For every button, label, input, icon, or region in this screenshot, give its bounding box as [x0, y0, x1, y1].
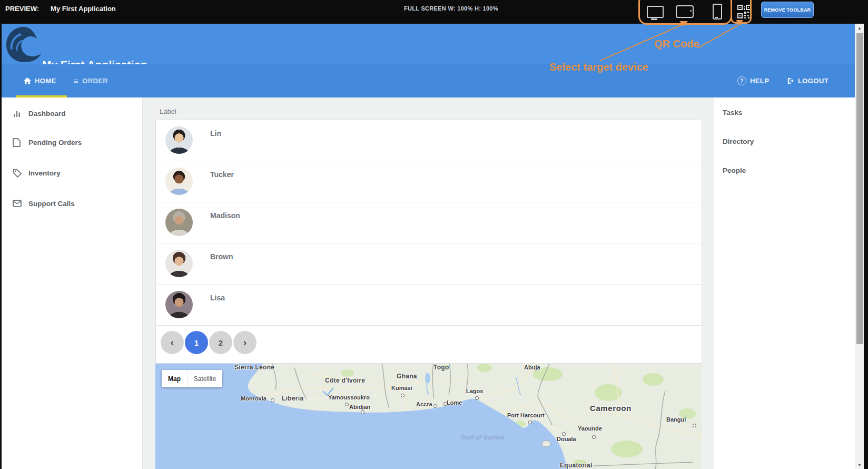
right-panel-item-tasks[interactable]: Tasks	[723, 109, 742, 116]
nav-help[interactable]: ? HELP	[737, 64, 769, 97]
city-marker	[592, 435, 596, 439]
sidebar-item-label: Support Calls	[28, 200, 75, 208]
map-canvas	[155, 364, 702, 469]
map-label: Yaounde	[578, 425, 602, 432]
map-widget[interactable]: Sierra Leone Togo Abuja Ghana Côte d'Ivo…	[155, 364, 702, 469]
sidebar-item-label: Inventory	[28, 169, 61, 177]
avatar	[165, 250, 193, 277]
logout-icon	[786, 77, 794, 85]
list-item[interactable]: Madison	[156, 202, 702, 243]
map-label: Accra	[416, 401, 432, 407]
remove-toolbar-button[interactable]: REMOVE TOOLBAR	[761, 2, 814, 18]
list-title: Label	[160, 108, 176, 115]
list-menu-icon: ≡	[74, 76, 78, 85]
map-type-map-button[interactable]: Map	[162, 370, 188, 387]
right-panel-item-directory[interactable]: Directory	[723, 138, 754, 145]
scrollbar-thumb[interactable]	[856, 33, 863, 344]
preview-label: PREVIEW:	[5, 5, 39, 13]
app-logo-wave-icon	[4, 25, 43, 64]
sidebar-item-label: Pending Orders	[28, 139, 82, 146]
pagination-prev-button[interactable]: ‹	[161, 331, 184, 354]
avatar	[165, 209, 193, 236]
person-name: Lin	[210, 129, 221, 138]
sidebar-item-label: Dashboard	[28, 110, 66, 118]
map-label: Ghana	[397, 373, 417, 380]
preview-app-name: My First Application	[51, 5, 116, 13]
map-label: Gulf of Guinea	[461, 434, 505, 441]
pagination-page-1[interactable]: 1	[185, 331, 208, 354]
person-name: Lisa	[210, 294, 225, 302]
preview-title: PREVIEW:My First Application	[5, 5, 116, 13]
city-marker	[693, 424, 696, 427]
help-icon: ?	[737, 76, 746, 85]
nav-order-label: ORDER	[82, 77, 108, 85]
left-frame-edge	[0, 24, 2, 469]
map-label: Port Harcourt	[507, 412, 545, 418]
city-marker	[475, 396, 479, 400]
nav-logout-label: LOGOUT	[798, 77, 828, 85]
map-label: Monrovia	[241, 395, 267, 402]
sidebar-item-inventory[interactable]: Inventory	[2, 164, 142, 182]
map-label: Togo	[433, 364, 449, 371]
person-name: Tucker	[210, 170, 234, 179]
person-name: Madison	[210, 211, 240, 220]
fullscreen-status: FULL SCREEN W: 100% H: 100%	[404, 5, 498, 12]
nav-logout[interactable]: LOGOUT	[786, 64, 828, 97]
map-label: Abidjan	[349, 404, 370, 410]
qr-code-annotation: QR Code	[654, 38, 699, 50]
map-label: Côte d'Ivoire	[325, 377, 365, 384]
avatar	[165, 168, 193, 195]
map-label: Bangui	[666, 416, 686, 423]
list-item[interactable]: Lisa	[156, 285, 702, 326]
avatar	[165, 291, 193, 318]
left-sidebar: Dashboard Pending Orders Inventory Suppo…	[2, 97, 143, 469]
document-icon	[13, 138, 22, 147]
sidebar-item-pending-orders[interactable]: Pending Orders	[2, 133, 142, 151]
home-icon	[24, 77, 31, 84]
map-label: Lagos	[466, 388, 483, 394]
pagination-next-button[interactable]: ›	[233, 331, 257, 354]
map-label: Abuja	[524, 364, 540, 370]
city-marker	[345, 403, 349, 406]
vertical-scrollbar[interactable]: ▲ ▼	[855, 24, 864, 469]
map-label: Lome	[447, 399, 462, 406]
app-header: My First Application	[0, 24, 855, 64]
sidebar-item-support-calls[interactable]: Support Calls	[2, 194, 142, 212]
right-sidebar: Tasks Directory People	[714, 97, 855, 469]
tag-icon	[13, 169, 22, 178]
map-type-satellite-button[interactable]: Satellite	[188, 370, 222, 387]
preview-window: PREVIEW:My First Application FULL SCREEN…	[0, 0, 868, 469]
sidebar-item-dashboard[interactable]: Dashboard	[2, 104, 142, 122]
avatar	[165, 126, 193, 154]
select-target-device-annotation: Select target device	[549, 61, 648, 73]
right-frame-edge	[864, 24, 868, 469]
city-marker	[401, 394, 405, 397]
city-marker	[433, 404, 437, 408]
city-marker	[562, 432, 566, 436]
city-marker	[271, 398, 274, 402]
bar-chart-icon	[13, 109, 22, 118]
map-label: Equatorial	[560, 462, 593, 469]
map-label: Kumasi	[391, 385, 412, 391]
people-list: Lin Tucker Madison Brown Lisa	[155, 120, 702, 364]
pagination-page-2[interactable]: 2	[209, 331, 232, 354]
list-item[interactable]: Brown	[156, 243, 702, 285]
nav-tab-order[interactable]: ≡ ORDER	[74, 64, 108, 97]
scroll-up-arrow[interactable]: ▲	[855, 24, 864, 32]
map-label: Liberia	[282, 395, 303, 402]
city-marker	[361, 411, 364, 414]
list-item[interactable]: Lin	[156, 120, 702, 161]
nav-tab-home[interactable]: HOME	[24, 64, 56, 97]
map-label: Cameroon	[590, 404, 632, 413]
main-nav: HOME ≡ ORDER ? HELP LOGOUT	[0, 64, 855, 97]
person-name: Brown	[210, 252, 233, 261]
list-item[interactable]: Tucker	[156, 161, 702, 202]
nav-home-label: HOME	[35, 77, 56, 85]
map-type-control: Map Satellite	[162, 370, 222, 387]
nav-help-label: HELP	[750, 77, 769, 85]
envelope-icon	[13, 200, 22, 207]
right-panel-item-people[interactable]: People	[723, 167, 746, 174]
map-label: Sierra Leone	[234, 364, 274, 371]
scroll-down-arrow[interactable]: ▼	[855, 461, 864, 469]
map-label: Yamoussoukro	[328, 394, 370, 400]
